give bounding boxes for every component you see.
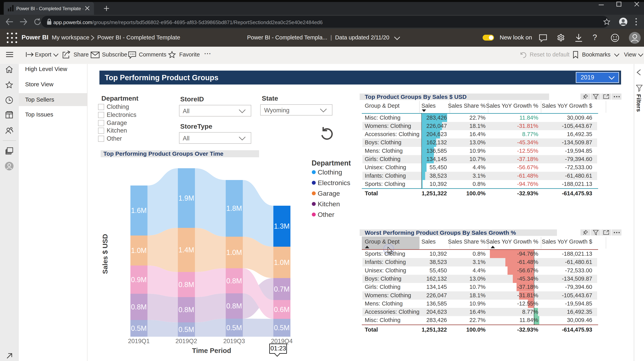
svg-text:0.7M: 0.7M bbox=[274, 285, 290, 293]
svg-text:0.9M: 0.9M bbox=[131, 276, 147, 284]
svg-text:0.8M: 0.8M bbox=[131, 303, 147, 311]
svg-text:1.0M: 1.0M bbox=[226, 248, 242, 256]
svg-text:2019Q1: 2019Q1 bbox=[128, 338, 150, 344]
svg-text:0.5M: 0.5M bbox=[131, 324, 147, 332]
svg-text:1.8M: 1.8M bbox=[226, 204, 242, 212]
svg-text:Kitchen: Kitchen bbox=[318, 200, 340, 208]
svg-text:1.4M: 1.4M bbox=[178, 246, 194, 254]
svg-text:1.3M: 1.3M bbox=[274, 222, 290, 230]
svg-text:0.5M: 0.5M bbox=[226, 324, 242, 332]
svg-text:1.6M: 1.6M bbox=[131, 206, 147, 214]
svg-text:Sales $ USD: Sales $ USD bbox=[101, 234, 109, 274]
svg-text:0.8M: 0.8M bbox=[178, 280, 194, 289]
svg-text:Garage: Garage bbox=[318, 190, 340, 197]
svg-text:1.0M: 1.0M bbox=[131, 246, 147, 254]
svg-text:2019Q3: 2019Q3 bbox=[223, 338, 245, 344]
svg-text:Other: Other bbox=[318, 211, 334, 218]
svg-text:1.9M: 1.9M bbox=[178, 194, 194, 202]
svg-text:0.8M: 0.8M bbox=[178, 306, 194, 314]
svg-text:2019Q2: 2019Q2 bbox=[176, 338, 197, 344]
svg-text:Electronics: Electronics bbox=[318, 179, 350, 186]
svg-text:Time Period: Time Period bbox=[192, 347, 231, 354]
svg-text:Clothing: Clothing bbox=[318, 168, 342, 176]
svg-text:1.0M: 1.0M bbox=[274, 258, 290, 266]
svg-text:0.8M: 0.8M bbox=[226, 277, 242, 285]
svg-text:Department: Department bbox=[312, 159, 351, 167]
svg-text:0.5M: 0.5M bbox=[274, 324, 290, 332]
svg-text:0.5M: 0.5M bbox=[178, 326, 194, 334]
svg-text:0.6M: 0.6M bbox=[274, 306, 290, 314]
svg-text:0.8M: 0.8M bbox=[226, 302, 242, 310]
